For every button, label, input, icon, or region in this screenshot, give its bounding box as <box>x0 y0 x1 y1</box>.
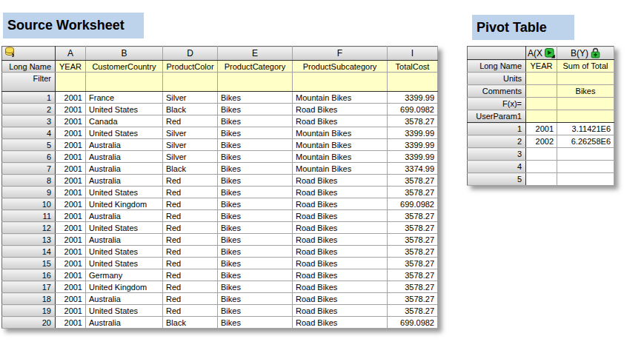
cell[interactable]: Road Bikes <box>293 269 388 281</box>
column-header-e[interactable]: E <box>218 47 293 61</box>
cell[interactable]: Bikes <box>218 258 293 269</box>
cell[interactable]: Red <box>163 187 218 198</box>
cell[interactable]: 2001 <box>56 246 86 258</box>
cell[interactable]: United Kingdom <box>86 198 163 210</box>
cell[interactable]: 2001 <box>56 127 86 139</box>
cell[interactable]: CustomerCountry <box>86 61 163 73</box>
cell[interactable]: Canada <box>86 115 163 127</box>
cell[interactable]: Bikes <box>218 175 293 187</box>
cell[interactable] <box>293 73 388 92</box>
cell[interactable]: Mountain Bikes <box>293 163 388 175</box>
cell[interactable] <box>163 73 218 92</box>
cell[interactable]: ProductColor <box>163 61 218 73</box>
cell[interactable]: 3399.99 <box>388 92 438 104</box>
cell[interactable]: Red <box>163 198 218 210</box>
cell[interactable]: Silver <box>163 139 218 151</box>
cell[interactable]: Bikes <box>218 92 293 104</box>
row-number[interactable]: 2 <box>468 135 526 148</box>
cell[interactable]: 2001 <box>56 198 86 210</box>
cell[interactable]: Red <box>163 305 218 317</box>
row-label[interactable]: Units <box>468 73 526 85</box>
cell[interactable]: 699.0982 <box>388 198 438 210</box>
cell[interactable]: Red <box>163 258 218 269</box>
cell[interactable]: Silver <box>163 151 218 163</box>
cell[interactable] <box>526 161 557 173</box>
row-number[interactable]: 9 <box>2 187 56 198</box>
column-header-by[interactable]: B(Y) <box>557 47 614 60</box>
cell[interactable]: Bikes <box>218 281 293 293</box>
row-label[interactable]: Comments <box>468 85 526 98</box>
cell[interactable]: Road Bikes <box>293 104 388 115</box>
row-number[interactable]: 3 <box>468 148 526 161</box>
cell[interactable] <box>526 73 557 85</box>
column-header-d[interactable]: D <box>163 47 218 61</box>
cell[interactable]: 2001 <box>56 293 86 305</box>
cell[interactable]: Bikes <box>218 222 293 234</box>
cell[interactable]: 3399.99 <box>388 127 438 139</box>
row-number[interactable]: 14 <box>2 246 56 258</box>
cell[interactable]: Bikes <box>218 151 293 163</box>
cell[interactable]: 2001 <box>56 222 86 234</box>
cell[interactable]: 3578.27 <box>388 175 438 187</box>
cell[interactable]: Bikes <box>218 246 293 258</box>
row-number[interactable]: 7 <box>2 163 56 175</box>
column-header-b[interactable]: B <box>86 47 163 61</box>
cell[interactable]: Mountain Bikes <box>293 151 388 163</box>
cell[interactable]: Bikes <box>218 293 293 305</box>
row-number[interactable]: 5 <box>468 173 526 186</box>
row-number[interactable]: 1 <box>2 92 56 104</box>
cell[interactable]: Black <box>163 104 218 115</box>
cell[interactable]: Australia <box>86 234 163 246</box>
cell[interactable]: 6.26258E6 <box>557 135 614 148</box>
cell[interactable]: 3578.27 <box>388 246 438 258</box>
cell[interactable]: Red <box>163 281 218 293</box>
cell[interactable]: Australia <box>86 163 163 175</box>
row-number[interactable]: 4 <box>2 127 56 139</box>
cell[interactable]: United States <box>86 246 163 258</box>
cell[interactable]: United States <box>86 222 163 234</box>
cell[interactable]: 3578.27 <box>388 222 438 234</box>
cell[interactable]: 2001 <box>56 175 86 187</box>
cell[interactable]: 2001 <box>56 115 86 127</box>
cell[interactable]: 2001 <box>56 151 86 163</box>
cell[interactable]: 3.11421E6 <box>557 123 614 135</box>
cell[interactable]: 3374.99 <box>388 163 438 175</box>
cell[interactable]: 2001 <box>56 163 86 175</box>
cell[interactable]: Black <box>163 163 218 175</box>
cell[interactable]: 2001 <box>56 305 86 317</box>
row-number[interactable]: 12 <box>2 222 56 234</box>
cell[interactable] <box>526 173 557 186</box>
column-header-i[interactable]: I <box>388 47 438 61</box>
row-number[interactable]: 16 <box>2 269 56 281</box>
cell[interactable]: Australia <box>86 151 163 163</box>
cell[interactable] <box>218 73 293 92</box>
row-number[interactable]: 5 <box>2 139 56 151</box>
cell[interactable] <box>557 98 614 110</box>
cell[interactable]: Bikes <box>218 210 293 222</box>
recalc-play-icon[interactable] <box>545 48 555 58</box>
cell[interactable]: ProductSubcategory <box>293 61 388 73</box>
column-header-f[interactable]: F <box>293 47 388 61</box>
cell[interactable]: 2001 <box>56 210 86 222</box>
cell[interactable]: United Kingdom <box>86 281 163 293</box>
cell[interactable]: Road Bikes <box>293 222 388 234</box>
cell[interactable]: Road Bikes <box>293 281 388 293</box>
cell[interactable]: Silver <box>163 127 218 139</box>
cell[interactable]: 3399.99 <box>388 139 438 151</box>
cell[interactable]: Mountain Bikes <box>293 92 388 104</box>
cell[interactable]: Bikes <box>218 305 293 317</box>
cell[interactable]: Australia <box>86 317 163 329</box>
row-number[interactable]: 1 <box>468 123 526 135</box>
cell[interactable]: 2001 <box>56 258 86 269</box>
cell[interactable] <box>388 73 438 92</box>
cell[interactable]: Bikes <box>218 163 293 175</box>
cell[interactable]: Road Bikes <box>293 305 388 317</box>
row-number[interactable]: 6 <box>2 151 56 163</box>
cell[interactable]: Bikes <box>218 127 293 139</box>
cell[interactable]: 699.0982 <box>388 104 438 115</box>
cell[interactable]: Red <box>163 246 218 258</box>
cell[interactable]: Red <box>163 293 218 305</box>
cell[interactable]: 3578.27 <box>388 234 438 246</box>
row-number[interactable]: 8 <box>2 175 56 187</box>
row-number[interactable]: 11 <box>2 210 56 222</box>
